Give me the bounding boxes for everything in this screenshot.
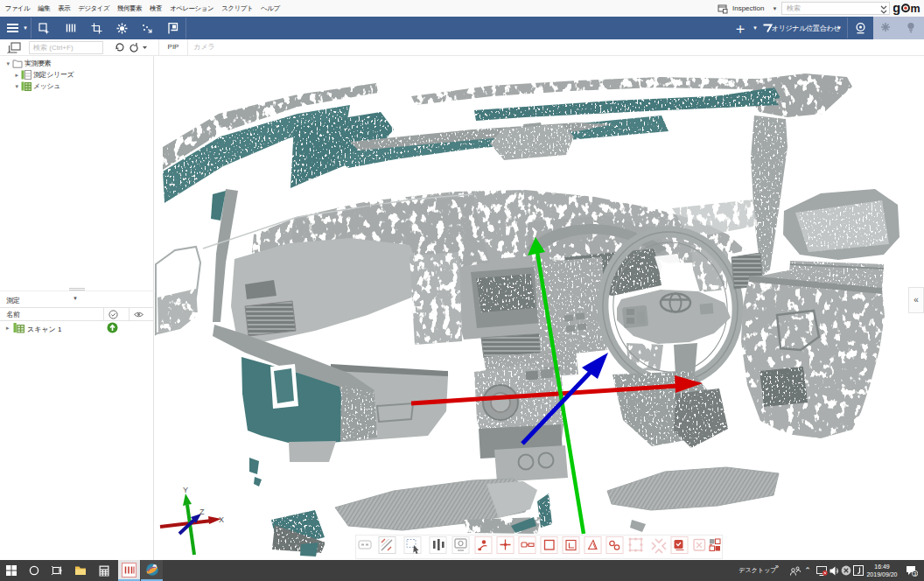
svg-text:Z: Z bbox=[200, 508, 205, 516]
svg-text:X: X bbox=[219, 515, 224, 524]
svg-text:m: m bbox=[911, 3, 920, 15]
svg-text:g: g bbox=[893, 1, 900, 15]
svg-text:Y: Y bbox=[183, 486, 188, 494]
